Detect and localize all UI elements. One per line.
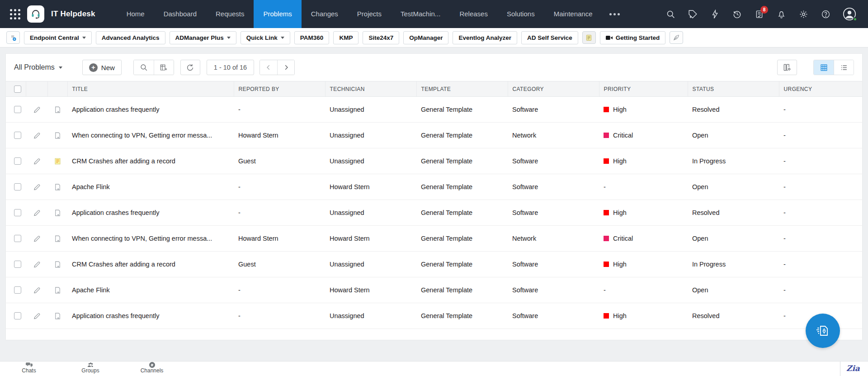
edit-pencil-icon[interactable] (33, 234, 41, 243)
cell-title[interactable]: When connecting to VPN, Getting error me… (67, 226, 234, 252)
cell-title[interactable]: Apache Flink (67, 277, 234, 303)
refresh-icon[interactable] (180, 60, 200, 75)
grid-view-icon[interactable] (814, 60, 834, 75)
cell-title[interactable]: Application crashes frequently (67, 97, 234, 123)
row-checkbox[interactable] (14, 286, 21, 294)
app-launcher-icon[interactable] (10, 9, 20, 19)
tab-site24x7[interactable]: Site24x7 (363, 31, 399, 44)
row-checkbox[interactable] (14, 157, 21, 165)
cell-title[interactable]: CRM Crashes after adding a record (67, 252, 234, 277)
tab-advanced-analytics[interactable]: Advanced Analytics (96, 31, 165, 44)
helpdesk-logo[interactable] (27, 5, 44, 23)
cell-category: Software (508, 200, 599, 226)
prev-page-button[interactable] (260, 60, 277, 75)
nav-more-button[interactable] (602, 13, 627, 15)
tab-kmp[interactable]: KMP (333, 31, 359, 44)
column-header-technician[interactable]: TECHNICIAN (325, 81, 416, 97)
nav-item-dashboard[interactable]: Dashboard (154, 0, 206, 28)
quick-add-icon[interactable] (688, 9, 698, 19)
add-note-icon[interactable] (53, 209, 62, 217)
nav-item-testmachin[interactable]: TestMachin... (391, 0, 450, 28)
cell-title[interactable]: Application crashes frequently (67, 200, 234, 226)
add-note-icon[interactable] (53, 234, 62, 243)
tab-endpoint-central[interactable]: Endpoint Central (24, 31, 92, 44)
user-avatar[interactable] (843, 7, 856, 21)
recent-items-icon[interactable] (732, 9, 742, 19)
edit-pencil-icon[interactable] (33, 286, 41, 295)
column-header-status[interactable]: STATUS (688, 81, 779, 97)
row-checkbox[interactable] (14, 312, 21, 319)
chats-item[interactable]: Chats (11, 362, 47, 374)
notifications-bell-icon[interactable] (776, 9, 786, 19)
list-search-icon[interactable] (134, 60, 154, 75)
edit-pencil-icon[interactable] (33, 105, 41, 114)
pin-feather-icon[interactable] (670, 31, 683, 44)
channels-item[interactable]: Channels (134, 362, 170, 374)
column-header-priority[interactable]: PRIORITY (599, 81, 688, 97)
add-note-icon[interactable] (53, 286, 62, 295)
tab-quick-link[interactable]: Quick Link (241, 31, 290, 44)
tab-pam360[interactable]: PAM360 (294, 31, 330, 44)
column-header-category[interactable]: CATEGORY (508, 81, 599, 97)
tab-opmanager[interactable]: OpManager (403, 31, 448, 44)
nav-item-problems[interactable]: Problems (254, 0, 301, 28)
notepad-icon[interactable] (582, 31, 596, 44)
column-header-urgency[interactable]: URGENCY (779, 81, 862, 97)
groups-item[interactable]: Groups (72, 362, 108, 374)
table-row: Apache Flink-Howard SternGeneral Templat… (6, 277, 862, 303)
cell-priority: Critical (599, 226, 688, 252)
tab-eventlog-analyzer[interactable]: Eventlog Analyzer (453, 31, 517, 44)
nav-item-projects[interactable]: Projects (348, 0, 391, 28)
note-icon[interactable] (53, 157, 62, 166)
settings-gear-icon[interactable] (798, 9, 808, 19)
cell-title[interactable]: CRM Crashes after adding a record (67, 148, 234, 174)
next-page-button[interactable] (277, 60, 294, 75)
nav-item-home[interactable]: Home (117, 0, 154, 28)
row-checkbox[interactable] (14, 209, 21, 216)
row-checkbox[interactable] (14, 132, 21, 139)
cell-title[interactable]: When connecting to VPN, Getting error me… (67, 123, 234, 148)
add-note-icon[interactable] (53, 131, 62, 140)
nav-item-requests[interactable]: Requests (206, 0, 254, 28)
row-checkbox[interactable] (14, 183, 21, 190)
column-settings-icon[interactable] (777, 60, 797, 75)
getting-started-fab[interactable] (806, 314, 840, 348)
announcements-icon[interactable]: 8 (754, 9, 764, 19)
cell-title[interactable]: Application crashes frequently (67, 303, 234, 329)
cell-title[interactable]: Apache Flink (67, 174, 234, 200)
edit-pencil-icon[interactable] (33, 312, 41, 320)
help-icon[interactable] (821, 9, 830, 19)
nav-item-solutions[interactable]: Solutions (497, 0, 544, 28)
select-all-checkbox[interactable] (14, 86, 21, 93)
add-note-icon[interactable] (53, 183, 62, 191)
row-checkbox[interactable] (14, 261, 21, 268)
create-report-icon[interactable] (6, 31, 20, 44)
tab-ad-self-service[interactable]: AD Self Service (521, 31, 578, 44)
nav-item-maintenance[interactable]: Maintenance (544, 0, 602, 28)
add-note-icon[interactable] (53, 312, 62, 320)
new-problem-button[interactable]: + New (82, 60, 122, 75)
column-header-title[interactable]: TITLE (67, 81, 234, 97)
getting-started-button[interactable]: Getting Started (600, 31, 666, 44)
nav-item-changes[interactable]: Changes (302, 0, 348, 28)
column-header-reported-by[interactable]: REPORTED BY (234, 81, 325, 97)
add-note-icon[interactable] (53, 105, 62, 114)
row-checkbox[interactable] (14, 106, 21, 113)
view-selector-dropdown[interactable]: All Problems (14, 63, 62, 71)
online-status-dot (853, 17, 857, 21)
quick-actions-icon[interactable] (710, 9, 720, 19)
list-view-icon[interactable] (834, 60, 854, 75)
nav-item-releases[interactable]: Releases (450, 0, 497, 28)
groups-label: Groups (72, 368, 108, 374)
edit-pencil-icon[interactable] (33, 183, 41, 191)
search-icon[interactable] (665, 9, 675, 19)
column-header-template[interactable]: TEMPLATE (416, 81, 508, 97)
edit-pencil-icon[interactable] (33, 209, 41, 217)
row-checkbox[interactable] (14, 235, 21, 242)
add-column-icon[interactable] (154, 60, 174, 75)
edit-pencil-icon[interactable] (33, 131, 41, 140)
edit-pencil-icon[interactable] (33, 260, 41, 269)
add-note-icon[interactable] (53, 260, 62, 269)
tab-admanager-plus[interactable]: ADManager Plus (170, 31, 236, 44)
edit-pencil-icon[interactable] (33, 157, 41, 166)
